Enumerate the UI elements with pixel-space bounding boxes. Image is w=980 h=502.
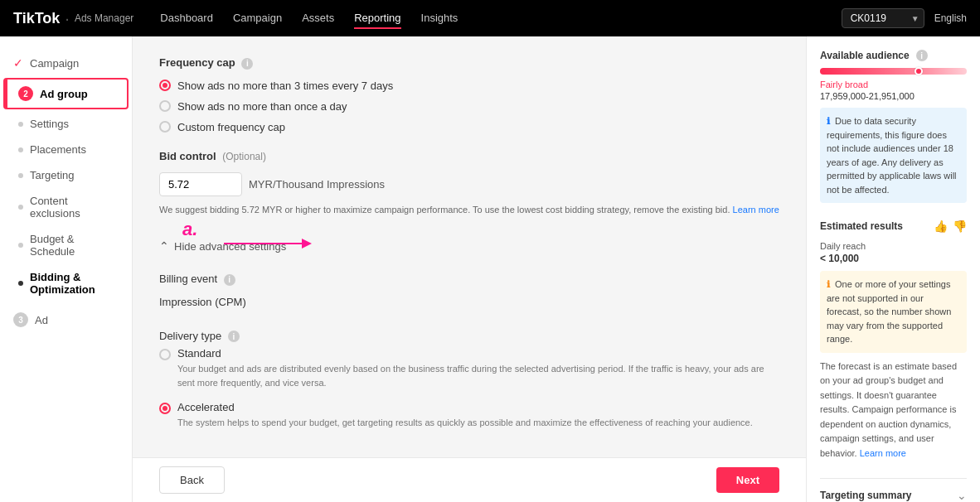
bid-hint: We suggest bidding 5.72 MYR or higher to…	[159, 203, 779, 217]
sidebar-item-bidding[interactable]: Bidding & Optimization	[0, 264, 132, 302]
sidebar-settings-label: Settings	[30, 118, 69, 130]
info-i-icon: ℹ	[827, 116, 830, 126]
audience-bar	[820, 68, 967, 75]
bid-control-section: Bid control (Optional) MYR/Thousand Impr…	[159, 150, 779, 217]
delivery-type-section: Delivery type i Standard Your budget and…	[159, 330, 779, 430]
brand-logo: TikTok · Ads Manager	[13, 9, 133, 28]
account-selector-wrap: CK0119 ▼	[842, 8, 924, 28]
nav-links: Dashboard Campaign Assets Reporting Insi…	[160, 8, 814, 29]
billing-event-info-icon[interactable]: i	[224, 274, 235, 286]
delivery-options: Standard Your budget and ads are distrib…	[159, 347, 779, 430]
top-nav: TikTok · Ads Manager Dashboard Campaign …	[0, 0, 980, 36]
sidebar-item-campaign[interactable]: ✓ Campaign	[0, 50, 132, 76]
freq-radio-2[interactable]	[159, 100, 171, 112]
next-button[interactable]: Next	[716, 467, 779, 493]
nav-campaign[interactable]: Campaign	[233, 8, 282, 29]
back-button[interactable]: Back	[159, 466, 225, 494]
delivery-accelerated-desc: The system helps to spend your budget, g…	[177, 416, 753, 430]
available-audience-info-box: ℹ Due to data security requirements, thi…	[820, 108, 967, 203]
placements-dot	[18, 147, 23, 152]
sidebar-item-adgroup[interactable]: 2 Ad group	[3, 78, 129, 109]
nav-right: CK0119 ▼ English	[842, 8, 967, 28]
freq-option-3[interactable]: Custom frequency cap	[159, 121, 779, 133]
delivery-radio-standard[interactable]	[159, 349, 171, 360]
daily-reach-value: < 10,000	[820, 253, 967, 264]
freq-option-1[interactable]: Show ads no more than 3 times every 7 da…	[159, 80, 779, 92]
sidebar-placements-label: Placements	[30, 143, 86, 156]
thumbs-down-icon[interactable]: 👎	[953, 220, 967, 233]
adgroup-step-circle: 2	[18, 86, 33, 101]
frequency-cap-title: Frequency cap i	[159, 56, 779, 70]
bid-learn-more[interactable]: Learn more	[733, 205, 779, 215]
sidebar-content-exclusions-label: Content exclusions	[30, 195, 119, 220]
sidebar-targeting-label: Targeting	[30, 169, 74, 181]
available-audience-title: Available audience i	[820, 50, 967, 61]
delivery-radio-accelerated[interactable]	[159, 403, 171, 414]
main-content: Frequency cap i Show ads no more than 3 …	[133, 36, 806, 502]
targeting-dot	[18, 173, 23, 178]
ads-manager-label: Ads Manager	[75, 12, 133, 24]
nav-reporting[interactable]: Reporting	[354, 8, 400, 29]
frequency-cap-options: Show ads no more than 3 times every 7 da…	[159, 80, 779, 133]
forecast-text: The forecast is an estimate based on you…	[820, 360, 967, 461]
warning-icon: ℹ	[827, 279, 830, 289]
check-icon: ✓	[13, 56, 23, 70]
sidebar-item-placements[interactable]: Placements	[0, 137, 132, 162]
sidebar-ad-label: Ad	[35, 314, 48, 326]
bottom-bar: Back Next	[133, 457, 806, 502]
advanced-toggle-label: Hide advanced settings	[174, 240, 286, 253]
sidebar-campaign-label: Campaign	[30, 57, 79, 70]
bid-control-subtitle: (Optional)	[222, 151, 266, 162]
delivery-standard-content: Standard Your budget and ads are distrib…	[177, 347, 779, 389]
sidebar-bidding-label: Bidding & Optimization	[30, 271, 119, 296]
sidebar-item-content-exclusions[interactable]: Content exclusions	[0, 188, 132, 226]
bid-control-title: Bid control (Optional)	[159, 150, 779, 162]
sidebar-item-budget-schedule[interactable]: Budget & Schedule	[0, 226, 132, 264]
advanced-settings-toggle[interactable]: ⌃ Hide advanced settings	[159, 233, 779, 259]
delivery-accelerated-label: Accelerated	[177, 401, 753, 413]
thumbs-up-icon[interactable]: 👍	[934, 220, 948, 233]
est-title: Estimated results	[820, 220, 903, 232]
nav-dashboard[interactable]: Dashboard	[160, 8, 213, 29]
sidebar-item-settings[interactable]: Settings	[0, 111, 132, 137]
warning-box: ℹ One or more of your settings are not s…	[820, 271, 967, 353]
bid-row: MYR/Thousand Impressions	[159, 172, 779, 196]
account-select[interactable]: CK0119	[842, 8, 924, 28]
available-audience-section: Available audience i Fairly broad 17,959…	[820, 50, 967, 203]
available-audience-info-icon[interactable]: i	[916, 50, 928, 61]
delivery-standard-label: Standard	[177, 347, 779, 360]
freq-radio-3[interactable]	[159, 121, 171, 133]
right-panel: Available audience i Fairly broad 17,959…	[806, 36, 980, 502]
sidebar-item-targeting[interactable]: Targeting	[0, 162, 132, 188]
freq-label-3: Custom frequency cap	[177, 121, 285, 133]
daily-reach-label: Daily reach	[820, 241, 967, 251]
delivery-accelerated[interactable]: Accelerated The system helps to spend yo…	[159, 401, 779, 430]
delivery-standard-desc: Your budget and ads are distributed even…	[177, 362, 779, 389]
freq-radio-1[interactable]	[159, 80, 171, 91]
delivery-accelerated-content: Accelerated The system helps to spend yo…	[177, 401, 753, 430]
forecast-learn-more[interactable]: Learn more	[860, 448, 906, 458]
audience-range: 17,959,000-21,951,000	[820, 91, 967, 101]
est-header: Estimated results 👍 👎	[820, 220, 967, 233]
est-rating-icons: 👍 👎	[934, 220, 967, 233]
expand-icon[interactable]: ⌄	[957, 489, 967, 502]
sidebar: ✓ Campaign 2 Ad group Settings Placement…	[0, 36, 133, 502]
bid-unit: MYR/Thousand Impressions	[249, 178, 385, 191]
bid-input[interactable]	[159, 172, 242, 196]
frequency-cap-info-icon[interactable]: i	[241, 58, 253, 70]
delivery-type-info-icon[interactable]: i	[228, 331, 240, 342]
main-layout: ✓ Campaign 2 Ad group Settings Placement…	[0, 36, 980, 502]
tiktok-name: TikTok	[13, 10, 60, 27]
audience-dot	[915, 67, 923, 75]
freq-option-2[interactable]: Show ads no more than once a day	[159, 100, 779, 113]
language-selector[interactable]: English	[934, 12, 967, 24]
nav-insights[interactable]: Insights	[421, 8, 458, 29]
delivery-standard[interactable]: Standard Your budget and ads are distrib…	[159, 347, 779, 389]
billing-event-label: Billing event i	[159, 273, 779, 286]
sidebar-item-ad[interactable]: 3 Ad	[0, 306, 132, 334]
targeting-summary-section: Targeting summary ⌄	[820, 478, 967, 502]
ad-step-circle: 3	[13, 312, 28, 327]
targeting-summary-header[interactable]: Targeting summary ⌄	[820, 489, 967, 502]
nav-assets[interactable]: Assets	[302, 8, 334, 29]
frequency-cap-section: Frequency cap i Show ads no more than 3 …	[159, 56, 779, 133]
